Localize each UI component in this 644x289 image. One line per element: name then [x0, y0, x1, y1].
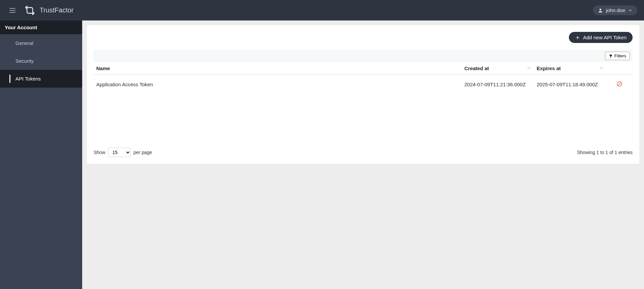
- entries-summary: Showing 1 to 1 of 1 entries: [577, 150, 633, 155]
- show-label: Show: [94, 150, 105, 155]
- header-right: john.doe: [593, 5, 637, 15]
- sort-icon: [527, 65, 531, 70]
- cell-expires: 2025-07-09T11:18:49.000Z: [534, 75, 606, 94]
- main-layout: Your Account General Security API Tokens…: [0, 20, 644, 289]
- card-toolbar: Add new API Token: [94, 32, 633, 43]
- filters-button[interactable]: Filters: [605, 52, 630, 60]
- logo-icon: [24, 5, 36, 16]
- brand-block[interactable]: TrustFactor: [24, 5, 74, 16]
- content-area: Add new API Token Filters Name: [82, 20, 644, 289]
- per-page-label: per page: [133, 150, 152, 155]
- plus-icon: [575, 35, 580, 40]
- column-header-created[interactable]: Created at: [462, 62, 534, 75]
- sidebar-item-general[interactable]: General: [0, 34, 82, 52]
- per-page-select[interactable]: 15: [108, 148, 131, 157]
- column-header-expires[interactable]: Expires at: [534, 62, 606, 75]
- add-api-token-button[interactable]: Add new API Token: [569, 32, 633, 43]
- user-name: john.doe: [606, 7, 625, 13]
- menu-toggle-button[interactable]: [7, 5, 18, 15]
- cell-created: 2024-07-09T11:21:36.000Z: [462, 75, 534, 94]
- brand-title: TrustFactor: [40, 6, 74, 14]
- sidebar-title: Your Account: [0, 20, 82, 34]
- filters-label: Filters: [614, 53, 626, 58]
- svg-point-0: [600, 8, 601, 10]
- add-button-label: Add new API Token: [583, 35, 627, 40]
- sort-icon: [599, 65, 604, 70]
- column-header-actions: [606, 62, 633, 75]
- user-icon: [598, 8, 603, 13]
- svg-line-5: [618, 83, 621, 86]
- sidebar-item-security[interactable]: Security: [0, 52, 82, 70]
- column-header-name[interactable]: Name: [94, 62, 462, 75]
- per-page-control: Show 15 per page: [94, 148, 152, 157]
- prohibit-icon: [616, 81, 623, 87]
- app-header: TrustFactor john.doe: [0, 0, 644, 20]
- api-tokens-card: Add new API Token Filters Name: [87, 25, 639, 164]
- table-footer: Show 15 per page Showing 1 to 1 of 1 ent…: [94, 148, 633, 157]
- svg-marker-3: [609, 55, 612, 58]
- filters-bar: Filters: [94, 50, 633, 62]
- filter-icon: [609, 54, 613, 58]
- table-row: Application Access Token 2024-07-09T11:2…: [94, 75, 633, 94]
- header-left: TrustFactor: [7, 5, 74, 16]
- user-menu-button[interactable]: john.doe: [593, 5, 637, 15]
- sidebar-item-api-tokens[interactable]: API Tokens: [0, 70, 82, 88]
- cell-name: Application Access Token: [94, 75, 462, 94]
- delete-token-button[interactable]: [606, 75, 633, 94]
- tokens-table: Name Created at Expires at: [94, 62, 633, 94]
- chevron-down-icon: [628, 8, 633, 13]
- sidebar: Your Account General Security API Tokens: [0, 20, 82, 289]
